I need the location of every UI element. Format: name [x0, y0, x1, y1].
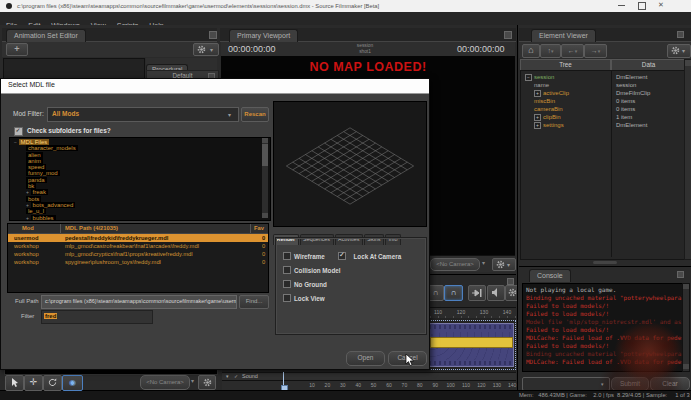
cursor-icon	[11, 378, 19, 388]
open-button[interactable]: Open	[346, 351, 385, 366]
tab-console[interactable]: Console	[529, 269, 571, 282]
tab-animation-set-editor[interactable]: Animation Set Editor	[6, 29, 86, 42]
tree-scrollbar[interactable]	[262, 138, 268, 218]
element-row[interactable]: miscBin0 items	[521, 97, 685, 105]
menu-bar: FileEditWindowsViewScriptsHelp	[0, 12, 691, 26]
timecode-right: 00:00:00:00	[457, 44, 505, 54]
ruler-label: 140	[500, 309, 514, 315]
element-row[interactable]: +settingsDmElement	[521, 121, 685, 129]
ev-up-button[interactable]: ↑▾	[540, 44, 561, 58]
collapse-arrow-icon[interactable]: ▾	[226, 373, 229, 379]
col-fav[interactable]: Fav	[254, 225, 264, 231]
find-button[interactable]: Find...	[239, 295, 269, 309]
loop-icon: ∩	[433, 288, 439, 297]
render-tab-body: WireframeCollision ModelNo GroundLock Vi…	[275, 237, 427, 335]
ruler-label: 90	[428, 382, 442, 388]
ev-forward-button[interactable]: →▾	[584, 44, 607, 58]
ev-back-button[interactable]: ←▾	[561, 44, 584, 58]
chevron-down-icon: ▾	[551, 48, 554, 54]
viewport-gear-button[interactable]: ▾	[492, 258, 516, 271]
maximize-button[interactable]	[638, 2, 646, 10]
status-text: Mem: 486.43MB | Game: 2.0 | fps 8.29/4.0…	[519, 392, 690, 398]
ev-home-button[interactable]: ⌂	[522, 44, 540, 58]
ev-corner-button[interactable]	[677, 31, 684, 38]
console-line: Failed to load models/!	[526, 302, 683, 310]
chevron-down-icon: ▾	[575, 48, 578, 54]
home-icon: ⌂	[528, 45, 533, 55]
left-gear-button[interactable]: ▾	[193, 43, 219, 56]
gear-icon	[508, 288, 517, 297]
ruler-label: 120	[474, 382, 488, 388]
viewport-corner-button[interactable]	[504, 31, 512, 39]
element-row[interactable]: +activeClipDmeFilmClip	[521, 89, 685, 97]
ruler-label: 130	[477, 309, 491, 315]
viewport-camera-dropdown[interactable]: <No Camera>	[430, 258, 480, 271]
col-path[interactable]: MDL Path (4/21035)	[65, 225, 118, 231]
element-row[interactable]: cameraBin0 items	[521, 105, 685, 113]
tab-element-viewer[interactable]: Element Viewer	[531, 29, 596, 42]
record-icon: ◉	[69, 378, 76, 387]
record-loop-button[interactable]: ∩	[444, 285, 463, 301]
ev-gear-button[interactable]: ▾	[667, 44, 691, 58]
camera-dropdown-label: <No Camera>	[436, 261, 474, 267]
camera-dropdown-arrow[interactable]: ▾	[482, 259, 485, 266]
rotate-icon	[48, 378, 57, 387]
sound-check-icon[interactable]: ✓	[234, 373, 238, 379]
lock-at-camera-checkbox[interactable]: ✓ Lock At Camera	[338, 245, 401, 263]
console-corner-button[interactable]	[677, 271, 684, 278]
skip-to-end-button[interactable]	[468, 285, 486, 301]
move-icon: ✛	[30, 377, 38, 387]
subfolders-checkbox[interactable]: ✓	[14, 127, 23, 136]
checkbox-checked-icon: ✓	[338, 252, 346, 260]
full-path-input[interactable]: c:\program files (x86)\steam\steamapps\c…	[41, 295, 237, 309]
ruler-label: 110	[431, 309, 445, 315]
chevron-down-icon[interactable]: ▾	[191, 377, 194, 384]
model-preview[interactable]	[273, 101, 427, 227]
rescan-button[interactable]: Rescan	[241, 107, 269, 122]
minimize-button[interactable]	[618, 5, 625, 6]
col-mod[interactable]: Mod	[22, 225, 34, 231]
mdl-result-row[interactable]: workshopmlp_gmod\cryptics\fnaf1\props\kr…	[8, 250, 268, 258]
checkbox-lock-view[interactable]: Lock View	[283, 287, 325, 305]
wireframe-grid	[274, 102, 426, 226]
filter-input[interactable]: fred	[41, 310, 153, 324]
move-tool-button[interactable]: ✛	[24, 375, 43, 391]
ruler-label: 130	[490, 382, 504, 388]
ev-tree-view[interactable]: −sessionDmElementnamesession+activeClipD…	[520, 70, 686, 260]
mdl-folder-tree[interactable]: − MDL Filescharacter_modelsalienanimspee…	[9, 137, 271, 221]
film-clip[interactable]	[428, 323, 514, 367]
speaker-icon	[492, 288, 501, 297]
tab-primary-viewport[interactable]: Primary Viewport	[229, 29, 298, 42]
panel-corner-button[interactable]	[209, 31, 217, 39]
dialog-titlebar[interactable]: Select MDL file	[1, 79, 429, 94]
element-row[interactable]: namesession	[521, 81, 685, 89]
no-map-loaded-text: NO MAP LOADED!	[221, 60, 515, 74]
sound-clip[interactable]	[430, 337, 513, 348]
mdl-results-table[interactable]: Mod MDL Path (4/21035) Fav usermodpedest…	[7, 223, 269, 293]
mouse-cursor	[405, 354, 415, 367]
bottom-gear-button[interactable]	[198, 375, 216, 390]
gear-icon	[203, 378, 212, 387]
ruler-label: 110	[459, 382, 473, 388]
ev-scrollbar[interactable]	[684, 59, 691, 260]
ruler-label: 70	[397, 382, 411, 388]
mdl-result-row[interactable]: workshopspygineer\plushroom_toys\freddy.…	[8, 258, 268, 266]
element-row[interactable]: +clipBin1 item	[521, 113, 685, 121]
rotate-tool-button[interactable]	[43, 375, 62, 391]
panel-splitter[interactable]	[593, 261, 617, 264]
arrow-left-icon: ←	[568, 47, 575, 54]
element-row[interactable]: −sessionDmElement	[521, 73, 685, 81]
bottom-camera-dropdown[interactable]: <No Camera>	[140, 375, 190, 390]
add-animation-set-button[interactable]: +	[6, 43, 28, 56]
app-icon	[6, 3, 12, 9]
select-tool-button[interactable]	[5, 375, 24, 391]
full-path-label: Full Path	[15, 298, 39, 304]
audio-button[interactable]	[487, 285, 505, 301]
mod-filter-dropdown[interactable]: All Mods ▾	[47, 107, 239, 122]
window-title: c:\program files (x86)\steam\steamapps\c…	[17, 3, 379, 9]
close-button[interactable]: ✕	[658, 1, 664, 9]
mdl-result-row[interactable]: usermodpedestal\freddykid\freddykrueger.…	[8, 234, 268, 242]
record-button[interactable]: ◉	[62, 375, 83, 391]
mdl-result-row[interactable]: workshopmlp_gmod\castrofreakbear\fnaf1\a…	[8, 242, 268, 250]
folder-item[interactable]: + bubbles	[12, 215, 270, 221]
